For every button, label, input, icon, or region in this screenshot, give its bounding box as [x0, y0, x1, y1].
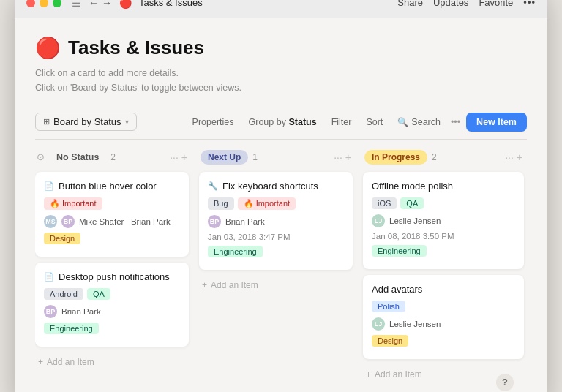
more-button[interactable]: ••• — [451, 117, 460, 127]
column-add-icon[interactable]: ··· — [170, 151, 179, 163]
card-subtags: Engineering — [208, 246, 344, 257]
card-subtags: Engineering — [372, 245, 515, 257]
tag-ios: iOS — [372, 197, 397, 209]
avatar-brian3: BP — [208, 215, 221, 228]
chevron-down-icon: ▾ — [125, 118, 129, 126]
search-button[interactable]: 🔍 Search — [393, 114, 445, 130]
column-actions-next-up: ··· + — [334, 151, 351, 163]
card-title: 📄 Button blue hover color — [44, 181, 180, 192]
plus-icon: + — [38, 357, 43, 367]
card-avatars: LJ Leslie Jensen — [372, 214, 515, 227]
plus-icon: + — [366, 369, 371, 380]
doc-icon: 📄 — [44, 181, 54, 191]
group-by-button[interactable]: Group by Status — [244, 114, 321, 130]
app-window: ☰ ← → 🔴 Tasks & Issues Share Updates Fav… — [15, 0, 547, 392]
tag-important: 🔥 Important — [44, 197, 102, 210]
search-icon: 🔍 — [397, 117, 408, 127]
window-title: Tasks & Issues — [139, 0, 390, 8]
more-options-button[interactable]: ••• — [523, 0, 536, 8]
column-header-no-status: ⊙ No Status 2 ··· + — [35, 150, 189, 165]
maximize-button[interactable] — [53, 0, 61, 7]
card-avatars: LJ Leslie Jensen — [372, 317, 515, 331]
page-content: 🔴 Tasks & Issues Click on a card to add … — [15, 18, 547, 393]
card-title: 📄 Desktop push notifications — [44, 271, 180, 282]
card-tags: 🔥 Important — [44, 197, 180, 210]
tag-engineering: Engineering — [44, 323, 99, 334]
share-button[interactable]: Share — [397, 0, 423, 8]
tag-design: Design — [44, 233, 80, 244]
card-date: Jan 08, 2018 3:50 PM — [372, 232, 515, 241]
add-item-next-up[interactable]: + Add an Item — [199, 276, 353, 295]
column-in-progress: In Progress 2 ··· + Offline mode polish — [363, 150, 524, 384]
board-by-status-button[interactable]: ⊞ Board by Status ▾ — [35, 113, 137, 131]
column-add-icon[interactable]: + — [517, 151, 522, 163]
avatar-brian2: BP — [44, 305, 57, 318]
wrench-icon: 🔧 — [208, 181, 218, 191]
page-title: Tasks & Issues — [68, 37, 204, 59]
tag-qa: QA — [87, 288, 110, 300]
column-title-no-status: No Status — [49, 150, 106, 165]
tag-polish: Polish — [372, 301, 405, 312]
favorite-button[interactable]: Favorite — [479, 0, 513, 8]
updates-button[interactable]: Updates — [433, 0, 468, 8]
column-add-icon[interactable]: + — [345, 151, 351, 163]
toolbar: ⊞ Board by Status ▾ Properties Group by … — [35, 107, 527, 140]
board-area: ⊙ No Status 2 ··· + 📄 Button blue hover … — [35, 140, 527, 384]
card-fix-keyboard[interactable]: 🔧 Fix keyboard shortcuts Bug 🔥 Important… — [199, 172, 353, 270]
page-icon-small: 🔴 — [119, 0, 132, 9]
help-button[interactable]: ? — [496, 374, 514, 391]
sort-button[interactable]: Sort — [361, 114, 387, 130]
back-arrow-icon[interactable]: ← — [89, 0, 99, 9]
card-title: 🔧 Fix keyboard shortcuts — [208, 181, 344, 192]
card-avatars: BP Brian Park — [208, 215, 344, 228]
card-subtags: Design — [44, 233, 180, 244]
column-count-no-status: 2 — [110, 152, 116, 162]
avatar-name: Leslie Jensen — [389, 320, 441, 328]
board-by-status-label: Board by Status — [53, 116, 121, 127]
page-icon: 🔴 — [35, 36, 61, 60]
card-desktop-push[interactable]: 📄 Desktop push notifications Android QA … — [35, 263, 189, 347]
new-item-button[interactable]: New Item — [466, 113, 527, 132]
card-avatars: BP Brian Park — [44, 305, 180, 318]
minimize-button[interactable] — [40, 0, 48, 7]
column-actions-no-status: ··· + — [170, 151, 187, 163]
tag-bug: Bug — [208, 197, 234, 210]
page-header: 🔴 Tasks & Issues — [35, 36, 527, 60]
grid-icon: ⊞ — [43, 117, 50, 127]
avatar-mike: MS — [44, 215, 57, 228]
no-status-icon: ⊙ — [37, 151, 45, 162]
column-next-up: Next Up 1 ··· + 🔧 Fix keyboard shortcuts — [199, 150, 353, 295]
avatar-brian: BP — [61, 215, 75, 228]
forward-arrow-icon[interactable]: → — [102, 0, 112, 9]
hamburger-icon[interactable]: ☰ — [72, 0, 81, 9]
tag-qa: QA — [400, 197, 424, 209]
card-offline-mode[interactable]: Offline mode polish iOS QA LJ Leslie Jen… — [363, 172, 524, 269]
card-tags: Bug 🔥 Important — [208, 197, 344, 210]
column-more-icon[interactable]: ··· — [334, 151, 342, 163]
card-tags: Polish — [372, 301, 515, 312]
card-avatars: MS BP Mike Shafer Brian Park — [44, 215, 180, 228]
column-title-next-up: Next Up — [201, 150, 248, 165]
nav-arrows: ← → — [89, 0, 112, 9]
avatar-names: Mike Shafer Brian Park — [79, 217, 171, 226]
column-plus-icon[interactable]: + — [181, 151, 187, 163]
column-title-in-progress: In Progress — [364, 150, 427, 165]
column-no-status: ⊙ No Status 2 ··· + 📄 Button blue hover … — [35, 150, 189, 372]
card-title: Add avatars — [372, 284, 515, 295]
close-button[interactable] — [26, 0, 35, 7]
card-date: Jan 03, 2018 3:47 PM — [208, 233, 344, 241]
filter-button[interactable]: Filter — [327, 114, 356, 130]
card-button-hover[interactable]: 📄 Button blue hover color 🔥 Important MS… — [35, 172, 189, 257]
tag-important: 🔥 Important — [238, 197, 296, 210]
tag-engineering: Engineering — [372, 245, 427, 257]
traffic-lights — [26, 0, 61, 7]
tag-android: Android — [44, 288, 83, 300]
card-add-avatars[interactable]: Add avatars Polish LJ Leslie Jensen Desi… — [363, 275, 524, 359]
properties-button[interactable]: Properties — [188, 114, 239, 130]
avatar-name: Brian Park — [61, 307, 101, 316]
tag-design: Design — [372, 335, 408, 347]
column-more-icon[interactable]: ··· — [505, 151, 514, 163]
column-count-in-progress: 2 — [432, 152, 437, 162]
card-tags: iOS QA — [372, 197, 515, 209]
add-item-no-status[interactable]: + Add an Item — [35, 353, 189, 372]
